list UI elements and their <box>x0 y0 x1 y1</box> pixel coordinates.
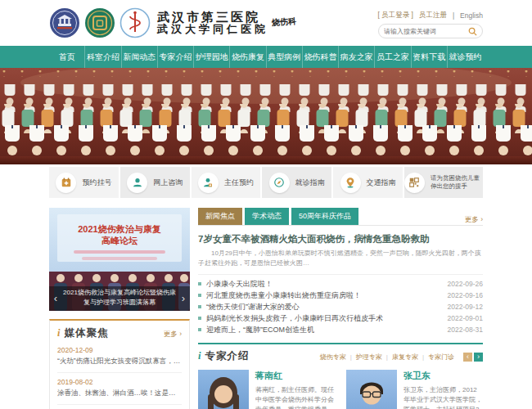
media-item[interactable]: 2019-08-02 涂香油、抹酱油、淋白酒…唉！这是要油焖烧伤？… <box>57 372 182 398</box>
nav-item-rehab[interactable]: 烧伤康复 <box>229 46 265 68</box>
staff-login-link[interactable]: [ 员工登录 ] <box>377 11 413 20</box>
department-name: 烧伤科 <box>272 16 297 28</box>
quick-link-booking[interactable]: 预约挂号 <box>49 167 119 198</box>
expert-card: 张卫东 张卫东，主治医师，2012年毕业于武汉大学医学院，医学硕士，主持科研项目… <box>346 370 483 409</box>
news-box: 新闻焦点 学术动态 50周年科庆作品 更多 › 7岁女童不幸被酒精火焰大面积烧伤… <box>198 208 483 335</box>
media-item-title: 涂香油、抹酱油、淋白酒…唉！这是要油焖烧伤？… <box>57 389 182 398</box>
expert-card: 蒋南红 蒋南红，副主任医师。现任中华医学会烧伤外科学分会青年委员，重症学组委员，… <box>198 370 335 409</box>
quick-links-bar: 预约挂号 网上咨询 主任预约 就诊指南 交通指南 <box>49 167 483 198</box>
online-consult-person-icon <box>127 173 147 193</box>
section-i-icon: i <box>198 350 201 362</box>
carousel-prev-arrow[interactable]: ‹ <box>52 292 60 305</box>
quick-link-visit-guide[interactable]: 就诊指南 <box>260 167 331 198</box>
section-i-icon: i <box>57 327 61 339</box>
logo-group <box>49 7 151 38</box>
bullet-icon <box>198 282 201 285</box>
tab-50th-anniversary[interactable]: 50周年科庆作品 <box>291 208 358 225</box>
bullet-icon <box>198 317 201 320</box>
expert-filters: 烧伤专家 | 护理专家 | 康复专家 | 专家门诊 ‹ › <box>320 353 483 362</box>
quick-link-label: 就诊指南 <box>295 178 325 188</box>
news-list-item[interactable]: 小康康今天出院啦！ 2022-09-26 <box>198 278 483 290</box>
news-list-item[interactable]: 妈妈剃光长发捐头皮救子，小康康昨日再次行植皮手术 2022-09-01 <box>198 312 483 324</box>
news-headline[interactable]: 7岁女童不幸被酒精火焰大面积烧伤，病情危重急盼救助 <box>198 233 483 245</box>
expert-bio: 张卫东，主治医师，2012年毕业于武汉大学医学院，医学硕士，主持科研项目2项，发… <box>404 385 483 409</box>
filter-rehab-experts[interactable]: 康复专家 <box>392 353 418 362</box>
search-icon[interactable] <box>468 27 477 36</box>
tab-news-focus[interactable]: 新闻焦点 <box>198 208 242 225</box>
nav-item-science[interactable]: 烧伤科普 <box>302 46 338 68</box>
main-nav: 首页 科室介绍 新闻动态 专家介绍 护理园地 烧伤康复 典型病例 烧伤科普 病友… <box>0 46 532 68</box>
experts-section: i专家介绍 烧伤专家 | 护理专家 | 康复专家 | 专家门诊 ‹ › <box>198 343 483 409</box>
media-item[interactable]: 2018-11-07 愿烧烧伤女孩接受第一次植皮手术：为让爸妈安心主动… <box>57 404 182 409</box>
nav-item-dept-intro[interactable]: 科室介绍 <box>84 46 120 68</box>
bullet-icon <box>198 294 201 297</box>
news-tabs: 新闻焦点 学术动态 50周年科庆作品 更多 › <box>198 208 483 226</box>
nav-item-patients-home[interactable]: 病友之家 <box>338 46 374 68</box>
media-item[interactable]: 2020-12-09 “火劫”伤痛让阳光女孩变得沉默寡言，超三成烧伤儿… <box>57 346 182 366</box>
expert-name[interactable]: 蒋南红 <box>255 370 335 382</box>
svg-text:高峰论坛: 高峰论坛 <box>101 236 138 245</box>
quick-link-label: 网上咨询 <box>153 178 183 188</box>
filter-burn-experts[interactable]: 烧伤专家 <box>320 353 346 362</box>
search-input[interactable] <box>384 28 468 35</box>
quick-link-donation[interactable]: 请为贫困烧伤儿童伸出您的援手 <box>403 167 483 198</box>
traffic-map-pin-icon <box>340 173 361 193</box>
quick-link-label: 预约挂号 <box>82 178 111 188</box>
expert-bio: 蒋南红，副主任医师。现任中华医学会烧伤外科学分会青年委员，重症学组委员，中国医师… <box>255 385 335 409</box>
quick-link-director-appointment[interactable]: 主任预约 <box>190 167 261 198</box>
page-header: 武汉市第三医院 武汉大学同仁医院 烧伤科 [ 员工登录 ] 员工注册 | Eng… <box>0 0 532 46</box>
nav-item-nursing[interactable]: 护理园地 <box>193 46 229 68</box>
hospital-brand: 武汉市第三医院 武汉大学同仁医院 烧伤科 <box>157 10 268 36</box>
quick-link-label: 请为贫困烧伤儿童伸出您的援手 <box>431 174 483 191</box>
banner-photo[interactable] <box>0 68 532 164</box>
director-doctor-icon <box>198 173 219 193</box>
quick-link-traffic-guide[interactable]: 交通指南 <box>331 167 403 198</box>
donation-qr-icon <box>404 173 425 193</box>
nav-item-news[interactable]: 新闻动态 <box>121 46 157 68</box>
experts-next-button[interactable]: › <box>474 353 483 362</box>
media-item-date: 2020-12-09 <box>57 346 182 354</box>
news-list-item[interactable]: 迎难而上，“魔肺”ECOM创造生机 2022-08-31 <box>198 324 483 335</box>
guide-compass-icon <box>269 173 290 193</box>
expert-photo-female[interactable] <box>198 370 249 409</box>
experts-prev-button[interactable]: ‹ <box>463 353 472 362</box>
english-link[interactable]: English <box>460 11 483 20</box>
quick-link-label: 交通指南 <box>367 178 396 188</box>
filter-nursing-experts[interactable]: 护理专家 <box>356 353 382 362</box>
quick-link-online-consult[interactable]: 网上咨询 <box>119 167 190 198</box>
filter-expert-clinic[interactable]: 专家门诊 <box>428 353 454 362</box>
tab-academic[interactable]: 学术动态 <box>245 208 289 225</box>
expert-name[interactable]: 张卫东 <box>404 370 483 382</box>
top-links-separator: | <box>453 11 454 20</box>
news-excerpt: 10月29日中午，小恩怡和弟弟玩耍时不慎引燃酒精壶，突然一声巨响，随即火光四射，… <box>198 249 483 268</box>
banner-group-photo-graphic <box>0 68 532 164</box>
media-focus-box: i媒体聚焦 更多 › 2020-12-09 “火劫”伤痛让阳光女孩变得沉默寡言，… <box>49 319 190 409</box>
search-box[interactable] <box>378 24 483 38</box>
news-more-link[interactable]: 更多 › <box>465 215 483 225</box>
tongren-logo-icon <box>84 7 115 38</box>
nav-item-home[interactable]: 首页 <box>49 46 84 68</box>
experts-title: i专家介绍 <box>198 349 249 363</box>
carousel-next-arrow[interactable]: › <box>179 292 187 305</box>
news-carousel[interactable]: 2021烧伤救治与康复 高峰论坛 2021烧伤救治与康复高峰论坛暨烧伤康复与护理… <box>49 208 190 311</box>
bullet-icon <box>198 328 201 331</box>
media-item-date: 2019-08-02 <box>57 378 182 386</box>
nav-item-staff-home[interactable]: 员工之家 <box>374 46 410 68</box>
quick-link-label: 主任预约 <box>224 178 254 188</box>
hospital-name-line1: 武汉市第三医院 <box>157 10 268 24</box>
media-focus-title: i媒体聚焦 <box>57 326 108 340</box>
university-logo-icon <box>49 7 80 38</box>
expert-photo-male[interactable] <box>346 370 397 409</box>
nav-item-downloads[interactable]: 资料下载 <box>411 46 447 68</box>
nav-item-cases[interactable]: 典型病例 <box>266 46 302 68</box>
nav-item-appointment[interactable]: 就诊预约 <box>447 46 483 68</box>
bullet-icon <box>198 305 201 308</box>
media-item-title: “火劫”伤痛让阳光女孩变得沉默寡言，超三成烧伤儿… <box>57 357 182 366</box>
media-more-link[interactable]: 更多 › <box>164 330 182 339</box>
nav-item-experts[interactable]: 专家介绍 <box>157 46 193 68</box>
svg-text:2021烧伤救治与康复: 2021烧伤救治与康复 <box>78 224 160 234</box>
staff-register-link[interactable]: 员工注册 <box>419 11 447 20</box>
news-list-item[interactable]: “烧伤天使们”谢谢大家的爱心 2022-09-12 <box>198 301 483 312</box>
hospital-name-line2: 武汉大学同仁医院 <box>157 24 268 36</box>
news-list-item[interactable]: 河北重度烧伤患童小康康转出烧伤重症病房啦！ 2022-09-16 <box>198 290 483 301</box>
